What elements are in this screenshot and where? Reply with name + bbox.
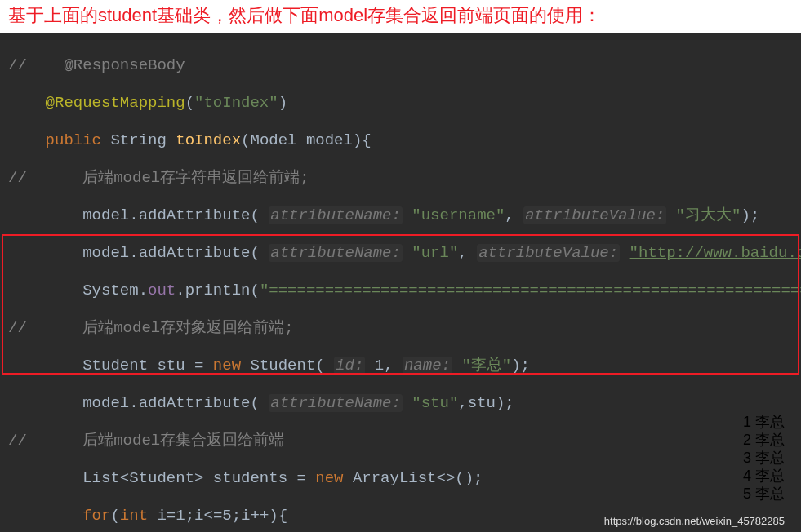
result-output: 1 李总 2 李总 3 李总 4 李总 5 李总: [572, 413, 785, 503]
result-row: 2 李总: [743, 431, 785, 449]
watermark: https://blog.csdn.net/weixin_45782285: [604, 515, 785, 527]
result-row: 1 李总: [743, 413, 785, 431]
result-row: 3 李总: [743, 449, 785, 467]
result-row: 4 李总: [743, 467, 785, 485]
result-row: 5 李总: [743, 485, 785, 503]
header-title: 基于上面的student基础类，然后做下面model存集合返回前端页面的使用：: [0, 0, 801, 33]
